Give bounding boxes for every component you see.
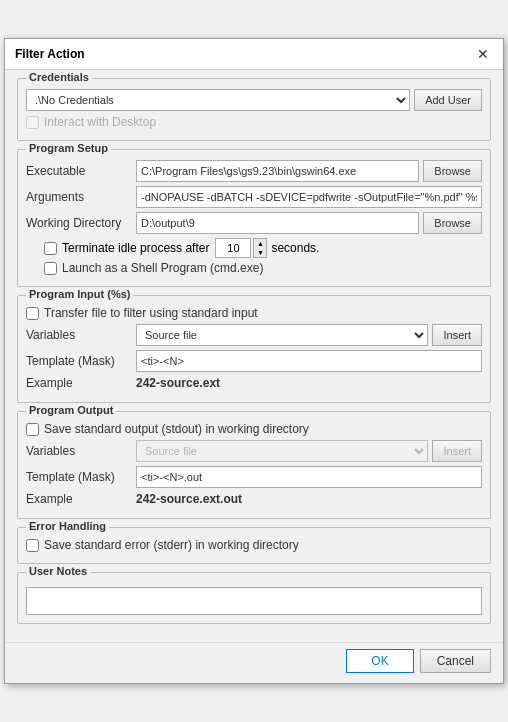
transfer-row: Transfer file to filter using standard i… [26, 306, 482, 320]
program-setup-group: Program Setup Executable Browse Argument… [17, 149, 491, 287]
program-input-label: Program Input (%s) [26, 288, 133, 300]
program-setup-label: Program Setup [26, 142, 111, 154]
ok-button[interactable]: OK [346, 649, 413, 673]
output-variables-select-wrap: Source file [136, 440, 428, 462]
output-template-label: Template (Mask) [26, 470, 136, 484]
output-insert-button[interactable]: Insert [432, 440, 482, 462]
working-dir-browse-button[interactable]: Browse [423, 212, 482, 234]
idle-checkbox[interactable] [44, 242, 57, 255]
executable-browse-button[interactable]: Browse [423, 160, 482, 182]
transfer-checkbox[interactable] [26, 307, 39, 320]
interact-desktop-row: Interact with Desktop [26, 115, 482, 129]
idle-spinner: ▲ ▼ [253, 238, 267, 258]
input-example-label: Example [26, 376, 136, 390]
save-stdout-checkbox[interactable] [26, 423, 39, 436]
error-handling-label: Error Handling [26, 520, 109, 532]
input-variables-select-wrap: Source file [136, 324, 428, 346]
input-variables-dropdown[interactable]: Source file [136, 324, 428, 346]
output-example-value: 242-source.ext.out [136, 492, 242, 506]
input-template-label: Template (Mask) [26, 354, 136, 368]
arguments-label: Arguments [26, 190, 136, 204]
output-template-input[interactable] [136, 466, 482, 488]
title-bar: Filter Action ✕ [5, 39, 503, 70]
idle-up-button[interactable]: ▲ [254, 239, 266, 248]
idle-unit: seconds. [271, 241, 319, 255]
save-stderr-row: Save standard error (stderr) in working … [26, 538, 482, 552]
credentials-select-wrap: .\No Credentials [26, 89, 410, 111]
shell-label: Launch as a Shell Program (cmd.exe) [62, 261, 263, 275]
interact-desktop-checkbox[interactable] [26, 116, 39, 129]
executable-label: Executable [26, 164, 136, 178]
output-example-label: Example [26, 492, 136, 506]
output-variables-dropdown[interactable]: Source file [136, 440, 428, 462]
user-notes-label: User Notes [26, 565, 90, 577]
input-template-input[interactable] [136, 350, 482, 372]
save-stderr-checkbox[interactable] [26, 539, 39, 552]
shell-row: Launch as a Shell Program (cmd.exe) [44, 261, 482, 275]
add-user-button[interactable]: Add User [414, 89, 482, 111]
credentials-group: Credentials .\No Credentials Add User In… [17, 78, 491, 141]
working-dir-label: Working Directory [26, 216, 136, 230]
dialog-footer: OK Cancel [5, 642, 503, 683]
interact-desktop-label: Interact with Desktop [44, 115, 156, 129]
user-notes-input[interactable] [26, 587, 482, 615]
working-dir-input[interactable] [136, 212, 419, 234]
idle-label: Terminate idle process after [62, 241, 209, 255]
program-output-group: Program Output Save standard output (std… [17, 411, 491, 519]
transfer-label: Transfer file to filter using standard i… [44, 306, 258, 320]
program-output-label: Program Output [26, 404, 116, 416]
save-stdout-label: Save standard output (stdout) in working… [44, 422, 309, 436]
program-input-group: Program Input (%s) Transfer file to filt… [17, 295, 491, 403]
close-button[interactable]: ✕ [473, 45, 493, 63]
error-handling-group: Error Handling Save standard error (stde… [17, 527, 491, 564]
output-variables-label: Variables [26, 444, 136, 458]
input-example-value: 242-source.ext [136, 376, 220, 390]
dialog-title: Filter Action [15, 47, 85, 61]
user-notes-group: User Notes [17, 572, 491, 624]
shell-checkbox[interactable] [44, 262, 57, 275]
idle-down-button[interactable]: ▼ [254, 248, 266, 257]
credentials-dropdown[interactable]: .\No Credentials [26, 89, 410, 111]
idle-value-input[interactable] [215, 238, 251, 258]
arguments-input[interactable] [136, 186, 482, 208]
idle-row: Terminate idle process after ▲ ▼ seconds… [44, 238, 482, 258]
input-insert-button[interactable]: Insert [432, 324, 482, 346]
cancel-button[interactable]: Cancel [420, 649, 491, 673]
executable-input[interactable] [136, 160, 419, 182]
input-variables-label: Variables [26, 328, 136, 342]
filter-action-dialog: Filter Action ✕ Credentials .\No Credent… [4, 38, 504, 684]
save-stdout-row: Save standard output (stdout) in working… [26, 422, 482, 436]
save-stderr-label: Save standard error (stderr) in working … [44, 538, 299, 552]
credentials-group-label: Credentials [26, 71, 92, 83]
